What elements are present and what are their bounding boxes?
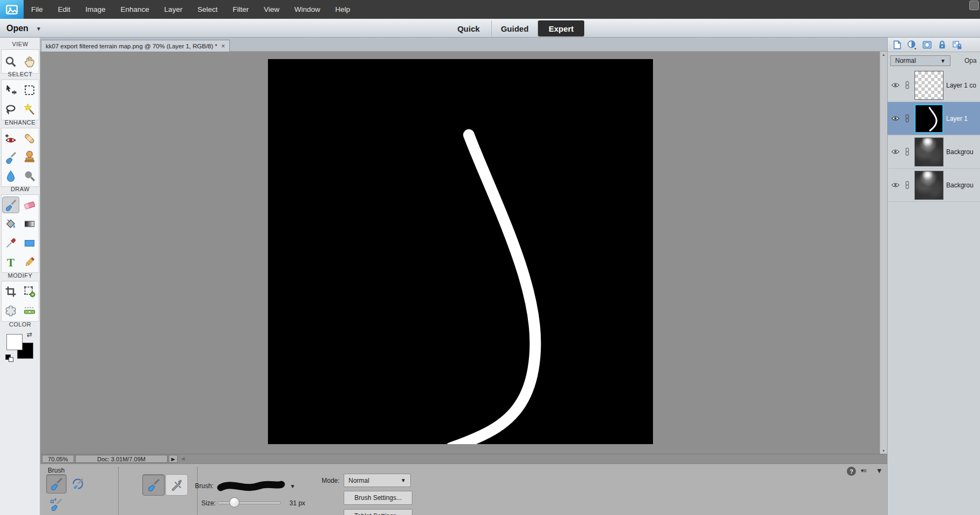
normal-brush-mode-button[interactable] [142, 474, 165, 496]
toolbox-section-draw: DRAW [0, 186, 40, 192]
tool-red-eye[interactable] [2, 130, 19, 147]
link-icon[interactable] [903, 147, 912, 156]
airbrush-mode-button[interactable] [165, 474, 188, 496]
tool-pencil[interactable] [21, 254, 38, 271]
color-replacement-brush-button[interactable] [46, 495, 67, 514]
toolbox-panel-select [1, 79, 39, 120]
chevron-down-icon[interactable]: ▼ [36, 26, 41, 32]
layer-row-background-1[interactable]: Backgrou [888, 135, 980, 169]
size-slider-knob[interactable] [229, 497, 239, 507]
status-bar: 70.05% Doc: 3.01M/7.09M ▶ ◀ [40, 454, 887, 463]
visibility-eye-icon[interactable] [891, 81, 900, 90]
menu-enhance[interactable]: Enhance [113, 1, 157, 18]
menu-edit[interactable]: Edit [50, 1, 78, 18]
menu-file[interactable]: File [24, 1, 50, 18]
layer-thumbnail[interactable] [914, 171, 943, 200]
brush-settings-button[interactable]: Brush Settings... [344, 491, 412, 505]
tool-eyedropper[interactable] [2, 235, 19, 251]
vertical-scrollbar[interactable]: ▲ ▼ [880, 52, 887, 454]
layer-thumbnail[interactable] [914, 104, 943, 133]
tool-shape[interactable] [21, 235, 38, 251]
window-control-button[interactable] [969, 1, 979, 10]
lock-transparency-icon[interactable] [952, 40, 962, 50]
swap-colors-icon[interactable]: ⇄ [27, 331, 32, 338]
mode-dropdown[interactable]: Normal ▼ [344, 474, 411, 487]
impressionist-brush-button[interactable] [68, 474, 88, 494]
opacity-label: Opa [964, 57, 977, 64]
link-icon[interactable] [903, 114, 912, 123]
visibility-eye-icon[interactable] [891, 180, 900, 190]
tool-rect-marquee[interactable] [21, 82, 38, 99]
brush-icon [49, 477, 63, 491]
tool-spot-healing[interactable] [21, 130, 38, 147]
scroll-down-icon[interactable]: ▼ [880, 449, 887, 453]
tablet-settings-button[interactable]: Tablet Settings... [344, 509, 412, 515]
close-icon[interactable]: × [221, 42, 225, 50]
tool-paint-bucket[interactable] [2, 216, 19, 233]
open-button[interactable]: Open ▼ [6, 21, 41, 35]
toolbox-section-color: COLOR [0, 321, 40, 328]
brush-variant-button[interactable] [46, 474, 67, 494]
foreground-color-swatch[interactable] [6, 334, 23, 350]
new-layer-icon[interactable] [892, 40, 902, 50]
layer-thumbnail[interactable] [914, 137, 943, 166]
visibility-eye-icon[interactable] [891, 114, 900, 123]
panel-menu-icon[interactable]: ▾≡ [861, 467, 866, 474]
tool-cookie-cutter[interactable] [2, 303, 19, 320]
layer-row-background-2[interactable]: Backgrou [888, 169, 980, 202]
adjustment-layer-icon[interactable] [907, 40, 917, 50]
tool-zoom[interactable] [2, 53, 19, 70]
tool-clone-stamp[interactable] [21, 149, 38, 165]
tool-crop[interactable] [2, 284, 19, 300]
menu-help[interactable]: Help [328, 1, 358, 18]
menu-items: File Edit Image Enhance Layer Select Fil… [24, 1, 358, 18]
status-expand-button[interactable]: ▶ [169, 455, 178, 463]
menu-layer[interactable]: Layer [157, 1, 190, 18]
canvas-workspace [40, 52, 880, 454]
tool-type[interactable]: T [2, 254, 19, 271]
help-icon[interactable]: ? [847, 467, 856, 476]
menu-filter[interactable]: Filter [225, 1, 256, 18]
menu-image[interactable]: Image [78, 1, 113, 18]
brush-stroke-preview[interactable] [216, 478, 285, 494]
blur-drop-icon [4, 170, 17, 183]
scroll-up-icon[interactable]: ▲ [880, 53, 887, 56]
tool-hand[interactable] [21, 53, 38, 70]
layer-mask-icon[interactable] [922, 40, 932, 50]
document-canvas[interactable] [268, 59, 653, 444]
tool-eraser[interactable] [21, 197, 38, 213]
doc-size-field[interactable]: Doc: 3.01M/7.09M [75, 455, 168, 463]
visibility-eye-icon[interactable] [891, 147, 900, 156]
blend-mode-value: Normal [895, 57, 916, 64]
menu-view[interactable]: View [256, 1, 287, 18]
tool-sharpen[interactable] [21, 168, 38, 185]
scroll-left-icon[interactable]: ◀ [181, 456, 185, 461]
layer-row-layer1-copy[interactable]: Layer 1 co [888, 69, 980, 102]
tool-brush[interactable] [2, 197, 19, 213]
tool-lasso[interactable] [2, 101, 19, 118]
layer-row-layer1[interactable]: Layer 1 [888, 102, 980, 135]
layer-thumbnail[interactable] [914, 71, 943, 100]
menu-select[interactable]: Select [190, 1, 226, 18]
tab-quick[interactable]: Quick [446, 20, 492, 37]
blend-mode-dropdown[interactable]: Normal ▼ [890, 55, 950, 66]
tool-move[interactable] [2, 82, 19, 99]
tab-expert[interactable]: Expert [538, 20, 584, 37]
tool-blur[interactable] [2, 168, 19, 185]
link-icon[interactable] [903, 81, 912, 90]
tab-guided[interactable]: Guided [492, 20, 538, 37]
size-slider-track[interactable] [217, 502, 281, 504]
document-tab[interactable]: kk07 export filtered terrain map.png @ 7… [41, 40, 230, 52]
tool-straighten[interactable] [21, 303, 38, 320]
default-colors-icon[interactable] [5, 354, 14, 362]
tool-gradient[interactable] [21, 216, 38, 233]
menu-window[interactable]: Window [287, 1, 328, 18]
zoom-level-field[interactable]: 70.05% [42, 455, 74, 463]
link-icon[interactable] [903, 180, 912, 190]
brush-preset-dropdown-icon[interactable]: ▼ [290, 483, 295, 489]
collapse-panel-icon[interactable]: ▼ [876, 467, 883, 475]
tool-magic-wand[interactable] [21, 101, 38, 118]
tool-smart-brush[interactable] [2, 149, 19, 165]
lock-all-icon[interactable] [937, 40, 947, 50]
tool-recompose[interactable] [21, 284, 38, 300]
